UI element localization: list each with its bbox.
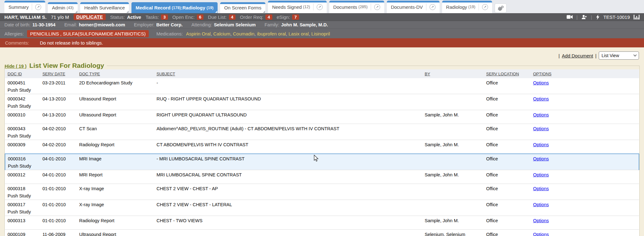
options-link[interactable]: Options — [533, 96, 549, 101]
column-header-by[interactable]: BY — [422, 69, 484, 78]
options-link[interactable]: Options — [533, 156, 549, 161]
column-header-doc-id[interactable]: DOC ID — [5, 69, 40, 78]
medication-link[interactable]: Calcium — [213, 31, 230, 36]
tasks-label: Tasks: — [146, 14, 159, 20]
view-select[interactable]: List View — [599, 51, 639, 60]
popout-icon[interactable]: ↗ — [430, 4, 436, 10]
order-req-count-badge[interactable]: 4 — [265, 14, 272, 20]
options-link[interactable]: Options — [533, 186, 549, 191]
by-cell: Sample, John M. — [422, 170, 484, 184]
medication-link[interactable]: Aspirin Oral — [186, 31, 211, 36]
table-row[interactable]: 0000109 11-06-2009 Ultrasound Report Sel… — [5, 229, 639, 236]
tab-on-screen-forms[interactable]: On Screen Forms — [220, 2, 265, 13]
tab-needs-signed[interactable]: Needs Signed (12) ↗ — [268, 1, 326, 13]
table-row[interactable]: 0000318Push Study 01-01-2010 X-ray Image… — [5, 184, 639, 200]
divider: | — [576, 14, 578, 20]
email-value[interactable]: horner@mieweb.com — [79, 22, 125, 27]
tab-radiology[interactable]: Radiology (19) ↗ — [442, 1, 492, 13]
tab-divider — [313, 3, 314, 10]
lightning-bolt-icon[interactable] — [596, 14, 600, 20]
medication-item: Lisinopril — [311, 31, 330, 36]
popout-icon[interactable]: ↗ — [482, 4, 488, 10]
medication-link[interactable]: Lisinopril — [311, 31, 330, 36]
options-link[interactable]: Options — [533, 126, 549, 131]
options-link[interactable]: Options — [533, 232, 549, 236]
gears-icon — [497, 5, 504, 11]
page-title: List View For Radiology — [29, 62, 104, 69]
serv-location-cell: Office — [484, 124, 530, 140]
view-select-wrap: List View — [599, 51, 639, 60]
serv-date-cell: 03-23-2011 — [40, 78, 77, 94]
column-header-doc-type[interactable]: DOC TYPE — [77, 69, 154, 78]
esign-count-badge[interactable]: 7 — [292, 14, 299, 20]
fold-corner-icon — [263, 11, 265, 13]
column-header-serv-location[interactable]: SERV LOCATION — [484, 69, 530, 78]
add-person-icon[interactable] — [581, 15, 587, 19]
add-document-link[interactable]: Add Document — [562, 53, 593, 58]
column-header-subject[interactable]: SUBJECT — [154, 69, 422, 78]
tab-count: (19) — [468, 5, 475, 9]
medication-link[interactable]: Coumadin — [233, 31, 254, 36]
due-list-count-badge[interactable]: 4 — [229, 14, 236, 20]
table-row[interactable]: 0000342Push Study 04-13-2010 Ultrasound … — [5, 94, 639, 110]
tab-label: :Radiology — [181, 5, 205, 10]
table-row[interactable]: 0000313 01-01-2010 Radiology Report CHES… — [5, 216, 639, 229]
popout-icon[interactable]: ↗ — [317, 4, 323, 10]
due-list-stat: Due List: 4 — [208, 14, 236, 20]
column-header-options[interactable]: OPTIONS — [530, 69, 639, 78]
options-link[interactable]: Options — [533, 202, 549, 207]
serv-location-cell: Office — [484, 140, 530, 154]
allergies-badge[interactable]: PENICILLINS , SULFA(SULFONAMIDE ANTIBIOT… — [27, 30, 149, 37]
table-row[interactable]: 0000317Push Study 01-01-2010 X-ray Image… — [5, 200, 639, 216]
fold-corner-icon — [75, 11, 77, 13]
doc-id-cell: 0000309 — [5, 140, 40, 154]
tasks-count-badge[interactable]: 3 — [161, 14, 168, 20]
tab-label: On Screen Forms — [224, 5, 261, 10]
table-row[interactable]: 0000310 04-13-2010 Ultrasound Report RIG… — [5, 110, 639, 124]
medication-link[interactable]: Lasix oral — [289, 31, 309, 36]
by-cell — [422, 184, 484, 200]
open-enc-count-badge[interactable]: 6 — [197, 14, 204, 20]
options-link[interactable]: Options — [533, 142, 549, 147]
table-header-row: DOC ID SERV DATE DOC TYPE SUBJECT BY SER… — [5, 69, 639, 78]
popout-icon[interactable]: ↗ — [35, 4, 41, 10]
serv-location-cell: Office — [484, 184, 530, 200]
flowsheet-chart-icon[interactable] — [634, 15, 640, 19]
medication-link[interactable]: ibuprofen oral — [257, 31, 286, 36]
options-link[interactable]: Options — [533, 172, 549, 177]
popout-icon[interactable]: ↗ — [374, 4, 380, 10]
options-link[interactable]: Options — [533, 80, 549, 85]
video-camera-icon[interactable] — [567, 15, 573, 19]
settings-gear-button[interactable] — [495, 3, 507, 13]
column-header-serv-date[interactable]: SERV DATE — [40, 69, 77, 78]
tab-documents[interactable]: Documents (285) ↗ — [329, 1, 384, 13]
table-row[interactable]: 0000312 04-01-2010 MRI Report MRI LUMBOS… — [5, 170, 639, 184]
tab-summary[interactable]: Summary ↗ — [4, 1, 45, 13]
comments-bar: Comments: Do not release info to sibling… — [0, 38, 644, 47]
family-field: Family: John M. Sample, M.D. — [264, 22, 328, 27]
table-row[interactable]: 0000451Push Study 03-23-2011 2D Echocard… — [5, 78, 639, 94]
table-row[interactable]: 0000309 04-02-2010 Radiology Report CT A… — [5, 140, 639, 154]
hide-link[interactable]: Hide ( 19 ) — [5, 64, 26, 69]
doc-type-cell: 2D Echocardiogram Study — [77, 78, 154, 94]
serv-date-cell: 04-13-2010 — [40, 110, 77, 124]
tab-admin[interactable]: Admin (43) — [48, 2, 78, 13]
table-row-selected[interactable]: 0000316Push Study 04-01-2010 MRI Image -… — [5, 154, 639, 170]
table-row[interactable]: 0000343Push Study 04-02-2010 CT Scan Abd… — [5, 124, 639, 140]
subject-cell: CHEST 2 VIEW - CHEST - LATERAL — [154, 200, 422, 216]
options-link[interactable]: Options — [533, 112, 549, 117]
options-cell: Options — [530, 170, 639, 184]
tab-documents-dv[interactable]: Documents-DV ↗ — [387, 1, 440, 13]
tab-health-surveillance[interactable]: Health Surveillance — [80, 2, 129, 13]
tab-medical-record-radiology[interactable]: Medical Record (178) :Radiology (19) — [131, 2, 218, 13]
tab-label: Medical Record — [136, 5, 170, 10]
attending-field: Attending: Selenium Selenium — [192, 22, 256, 27]
subject-cell: CT ABDOMEN/PELVIS WITH IV CONTRAST — [154, 140, 422, 154]
email-field: Email: horner@mieweb.com — [64, 22, 125, 27]
doc-type-cell: Ultrasound Report — [77, 94, 154, 110]
serv-location-cell: Office — [484, 94, 530, 110]
duplicate-badge[interactable]: DUPLICATE — [74, 14, 106, 20]
options-link[interactable]: Options — [533, 218, 549, 223]
doc-type-cell: Radiology Report — [77, 140, 154, 154]
family-label: Family: — [264, 22, 279, 27]
